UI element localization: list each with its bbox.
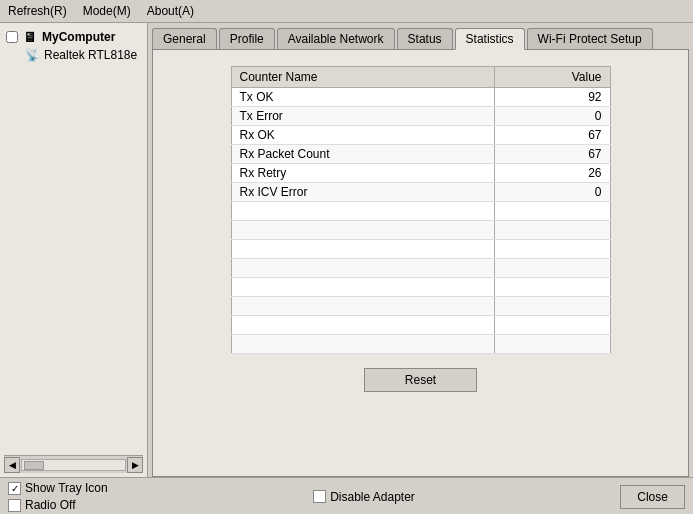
table-row: Rx ICV Error0 [231, 183, 610, 202]
tree-child-label: Realtek RTL818e [44, 48, 137, 62]
col-counter-name: Counter Name [231, 67, 495, 88]
computer-icon: 🖥 [22, 29, 38, 45]
disable-adapter-group: Disable Adapter [313, 490, 415, 504]
empty-row [231, 335, 610, 354]
tab-bar: General Profile Available Network Status… [148, 23, 693, 49]
reset-button[interactable]: Reset [364, 368, 477, 392]
counter-name-cell: Tx Error [231, 107, 495, 126]
counter-name-cell: Rx Packet Count [231, 145, 495, 164]
tab-statistics[interactable]: Statistics [455, 28, 525, 50]
tree-child[interactable]: 📡 Realtek RTL818e [24, 47, 143, 63]
checkbox-group-left: Show Tray Icon Radio Off [8, 481, 108, 512]
counter-name-cell: Rx Retry [231, 164, 495, 183]
network-adapter-icon: 📡 [24, 47, 40, 63]
tree-root[interactable]: 🖥 MyComputer [4, 27, 143, 47]
value-cell: 67 [495, 145, 610, 164]
empty-row [231, 278, 610, 297]
empty-row [231, 316, 610, 335]
bottom-bar: Show Tray Icon Radio Off Disable Adapter… [0, 477, 693, 514]
tab-status[interactable]: Status [397, 28, 453, 49]
scroll-right-btn[interactable]: ▶ [127, 457, 143, 473]
value-cell: 0 [495, 107, 610, 126]
menu-mode[interactable]: Mode(M) [79, 2, 135, 20]
radio-off-checkbox[interactable] [8, 499, 21, 512]
empty-row [231, 221, 610, 240]
close-button[interactable]: Close [620, 485, 685, 509]
tab-wifi-protect[interactable]: Wi-Fi Protect Setup [527, 28, 653, 49]
value-cell: 0 [495, 183, 610, 202]
tab-profile[interactable]: Profile [219, 28, 275, 49]
menu-about[interactable]: About(A) [143, 2, 198, 20]
left-scrollbar: ◀ ▶ [4, 455, 143, 473]
disable-adapter-checkbox[interactable] [313, 490, 326, 503]
tab-available-network[interactable]: Available Network [277, 28, 395, 49]
empty-row [231, 202, 610, 221]
tree-root-label: MyComputer [42, 30, 115, 44]
value-cell: 92 [495, 88, 610, 107]
menubar: Refresh(R) Mode(M) About(A) [0, 0, 693, 23]
menu-refresh[interactable]: Refresh(R) [4, 2, 71, 20]
statistics-tab-content: Counter Name Value Tx OK92Tx Error0Rx OK… [152, 49, 689, 477]
statistics-table: Counter Name Value Tx OK92Tx Error0Rx OK… [231, 66, 611, 354]
radio-off-label: Radio Off [25, 498, 75, 512]
value-cell: 26 [495, 164, 610, 183]
radio-off-item: Radio Off [8, 498, 108, 512]
main-layout: 🖥 MyComputer 📡 Realtek RTL818e ◀ ▶ Gener… [0, 23, 693, 477]
empty-row [231, 259, 610, 278]
table-row: Rx OK67 [231, 126, 610, 145]
empty-row [231, 297, 610, 316]
col-value: Value [495, 67, 610, 88]
show-tray-icon-checkbox[interactable] [8, 482, 21, 495]
scroll-left-btn[interactable]: ◀ [4, 457, 20, 473]
tree-expand[interactable] [6, 31, 18, 43]
counter-name-cell: Rx OK [231, 126, 495, 145]
table-row: Tx OK92 [231, 88, 610, 107]
value-cell: 67 [495, 126, 610, 145]
left-panel: 🖥 MyComputer 📡 Realtek RTL818e ◀ ▶ [0, 23, 148, 477]
table-row: Rx Packet Count67 [231, 145, 610, 164]
show-tray-icon-item: Show Tray Icon [8, 481, 108, 495]
right-panel: General Profile Available Network Status… [148, 23, 693, 477]
table-row: Tx Error0 [231, 107, 610, 126]
table-row: Rx Retry26 [231, 164, 610, 183]
tab-general[interactable]: General [152, 28, 217, 49]
counter-name-cell: Tx OK [231, 88, 495, 107]
counter-name-cell: Rx ICV Error [231, 183, 495, 202]
empty-row [231, 240, 610, 259]
scroll-track [21, 459, 126, 471]
show-tray-icon-label: Show Tray Icon [25, 481, 108, 495]
disable-adapter-label: Disable Adapter [330, 490, 415, 504]
scroll-thumb [24, 461, 44, 470]
